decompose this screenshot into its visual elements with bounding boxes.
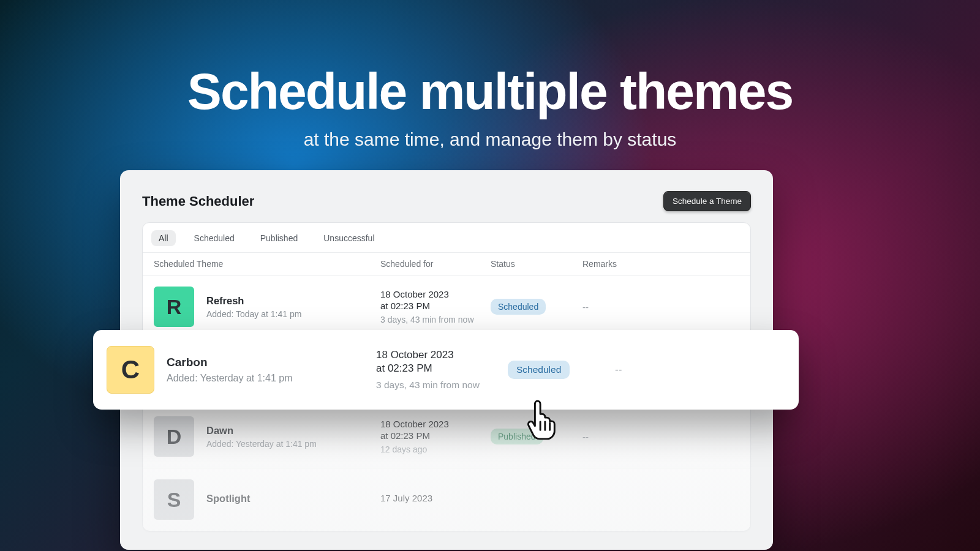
highlighted-row[interactable]: C Carbon Added: Yesterday at 1:41 pm 18 … xyxy=(93,330,799,410)
col-scheduled-theme: Scheduled Theme xyxy=(154,259,380,269)
hero-title: Schedule multiple themes xyxy=(0,64,980,118)
table-row[interactable]: S Spotlight 17 July 2023 xyxy=(143,468,750,531)
theme-name: Refresh xyxy=(206,295,301,307)
theme-swatch: D xyxy=(154,416,194,457)
tab-scheduled[interactable]: Scheduled xyxy=(187,230,242,246)
theme-name: Spotlight xyxy=(206,493,250,504)
col-scheduled-for: Scheduled for xyxy=(380,259,491,269)
remarks-cell: -- xyxy=(582,432,739,442)
theme-added: Added: Yesterday at 1:41 pm xyxy=(206,439,317,449)
remarks-cell: -- xyxy=(615,364,785,376)
col-remarks: Remarks xyxy=(582,259,739,269)
scheduled-date: 18 October 2023 xyxy=(380,419,491,429)
theme-swatch: S xyxy=(154,479,194,520)
scheduled-time: at 02:23 PM xyxy=(376,362,508,375)
scheduled-relative: 12 days ago xyxy=(380,444,491,454)
col-status: Status xyxy=(491,259,582,269)
tab-published[interactable]: Published xyxy=(253,230,306,246)
theme-swatch: C xyxy=(107,346,154,394)
scheduled-relative: 3 days, 43 min from now xyxy=(376,380,508,391)
theme-added: Added: Today at 1:41 pm xyxy=(206,309,301,319)
theme-swatch: R xyxy=(154,287,194,327)
hero: Schedule multiple themes at the same tim… xyxy=(0,0,980,150)
tab-unsuccessful[interactable]: Unsuccessful xyxy=(316,230,382,246)
theme-name: Dawn xyxy=(206,425,317,437)
table-row[interactable]: D Dawn Added: Yesterday at 1:41 pm 18 Oc… xyxy=(143,405,750,468)
scheduled-time: at 02:23 PM xyxy=(380,430,491,441)
remarks-cell: -- xyxy=(582,302,739,312)
scheduled-time: at 02:23 PM xyxy=(380,301,491,311)
scheduled-date: 17 July 2023 xyxy=(380,493,491,503)
status-badge: Published xyxy=(491,429,543,444)
scheduled-date: 18 October 2023 xyxy=(376,349,508,361)
tab-all[interactable]: All xyxy=(151,230,176,246)
theme-added: Added: Yesterday at 1:41 pm xyxy=(167,373,292,384)
status-badge: Scheduled xyxy=(491,299,546,315)
table-header: Scheduled Theme Scheduled for Status Rem… xyxy=(143,253,750,276)
card-title: Theme Scheduler xyxy=(142,193,254,209)
scheduled-date: 18 October 2023 xyxy=(380,289,491,299)
status-tabs: All Scheduled Published Unsuccessful xyxy=(143,223,750,253)
theme-name: Carbon xyxy=(167,356,292,369)
scheduled-relative: 3 days, 43 min from now xyxy=(380,315,491,324)
hero-subtitle: at the same time, and manage them by sta… xyxy=(0,129,980,150)
table-row[interactable]: R Refresh Added: Today at 1:41 pm 18 Oct… xyxy=(143,276,750,339)
status-badge: Scheduled xyxy=(508,361,570,379)
schedule-theme-button[interactable]: Schedule a Theme xyxy=(663,191,751,211)
